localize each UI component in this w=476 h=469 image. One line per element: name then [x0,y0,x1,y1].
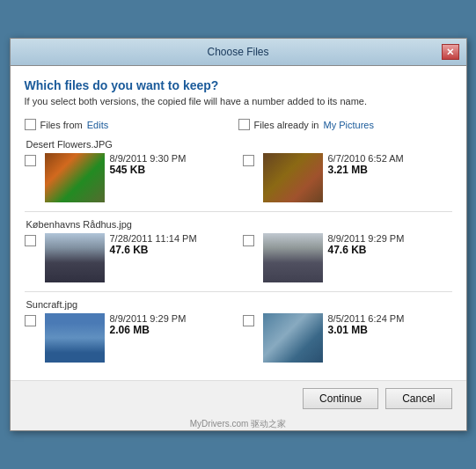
file-section-2: Suncraft.jpg 8/9/2011 9:29 PM 2.06 MB 8/… [25,299,452,363]
file-col-left-1: 7/28/2011 11:14 PM 47.6 KB [25,233,243,282]
continue-button[interactable]: Continue [303,388,378,409]
file-0-right-date: 6/7/2010 6:52 AM [328,153,404,164]
file-0-left-info: 8/9/2011 9:30 PM 545 KB [110,153,187,176]
file-name-0: Desert Flowers.JPG [25,139,452,150]
file-1-right-checkbox[interactable] [243,235,254,246]
file-2-left-size: 2.06 MB [110,324,187,336]
file-0-right-size: 3.21 MB [328,164,404,176]
file-name-1: Københavns Rådhus.jpg [25,219,452,230]
file-0-right-checkbox[interactable] [243,155,254,166]
file-col-left-2: 8/9/2011 9:29 PM 2.06 MB [25,313,243,363]
file-1-left-info: 7/28/2011 11:14 PM 47.6 KB [110,233,197,256]
subtitle-text: If you select both versions, the copied … [25,96,452,106]
file-1-left-date: 7/28/2011 11:14 PM [110,233,197,244]
file-0-left-checkbox[interactable] [25,155,36,166]
left-col-prefix: Files from [40,120,83,130]
file-row-0: 8/9/2011 9:30 PM 545 KB 6/7/2010 6:52 AM… [25,153,452,202]
dialog-title: Choose Files [35,46,442,58]
right-col-link[interactable]: My Pictures [323,120,373,130]
file-0-left-thumb [45,153,105,202]
file-1-right-thumb [263,233,323,282]
dialog-body: Which files do you want to keep? If you … [11,66,466,380]
file-2-left-thumb [45,313,105,363]
divider-0 [25,211,452,212]
file-row-1: 7/28/2011 11:14 PM 47.6 KB 8/9/2011 9:29… [25,233,452,282]
question-heading: Which files do you want to keep? [25,78,452,92]
dialog-footer: Continue Cancel [11,380,466,416]
right-col-header: Files already in My Pictures [238,119,452,130]
left-col-header: Files from Edits [25,119,238,130]
file-0-left-date: 8/9/2011 9:30 PM [110,153,187,164]
file-1-left-thumb [45,233,105,282]
watermark: MyDrivers.com 驱动之家 [11,416,466,430]
file-1-left-checkbox[interactable] [25,235,36,246]
file-2-left-info: 8/9/2011 9:29 PM 2.06 MB [110,313,187,336]
file-2-left-date: 8/9/2011 9:29 PM [110,313,187,324]
file-1-right-info: 8/9/2011 9:29 PM 47.6 KB [328,233,405,256]
left-col-checkbox[interactable] [25,119,36,130]
title-bar: Choose Files ✕ [11,39,466,66]
file-2-right-date: 8/5/2011 6:24 PM [328,313,405,324]
file-name-2: Suncraft.jpg [25,299,452,310]
file-0-right-info: 6/7/2010 6:52 AM 3.21 MB [328,153,404,176]
right-col-checkbox[interactable] [238,119,250,130]
file-2-left-checkbox[interactable] [25,315,36,326]
file-1-left-size: 47.6 KB [110,244,197,256]
file-2-right-info: 8/5/2011 6:24 PM 3.01 MB [328,313,405,336]
cancel-button[interactable]: Cancel [385,388,451,409]
file-col-right-2: 8/5/2011 6:24 PM 3.01 MB [243,313,452,363]
left-col-link[interactable]: Edits [87,120,108,130]
file-section-1: Københavns Rådhus.jpg 7/28/2011 11:14 PM… [25,219,452,282]
file-0-right-thumb [263,153,323,202]
choose-files-dialog: Choose Files ✕ Which files do you want t… [10,38,467,431]
columns-header: Files from Edits Files already in My Pic… [25,119,452,130]
file-row-2: 8/9/2011 9:29 PM 2.06 MB 8/5/2011 6:24 P… [25,313,452,363]
file-col-left-0: 8/9/2011 9:30 PM 545 KB [25,153,243,202]
file-2-right-thumb [263,313,323,363]
file-2-right-checkbox[interactable] [243,315,254,326]
file-section-0: Desert Flowers.JPG 8/9/2011 9:30 PM 545 … [25,139,452,202]
right-col-prefix: Files already in [254,120,319,130]
file-0-left-size: 545 KB [110,164,187,176]
file-col-right-0: 6/7/2010 6:52 AM 3.21 MB [243,153,452,202]
divider-1 [25,291,452,292]
file-1-right-date: 8/9/2011 9:29 PM [328,233,405,244]
file-col-right-1: 8/9/2011 9:29 PM 47.6 KB [243,233,452,282]
file-1-right-size: 47.6 KB [328,244,405,256]
close-button[interactable]: ✕ [442,44,459,60]
file-2-right-size: 3.01 MB [328,324,405,336]
